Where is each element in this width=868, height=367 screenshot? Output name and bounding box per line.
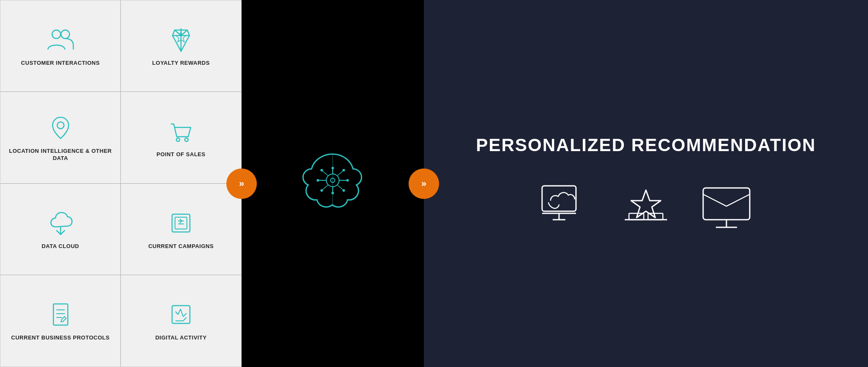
cell-location-intelligence: LOCATION INTELLIGENCE & OTHER DATA: [0, 92, 121, 183]
right-panel: PERSONALIZED RECOMMENDATION: [424, 0, 868, 367]
current-business-protocols-icon: [46, 300, 75, 329]
right-chevron-icon: »: [421, 179, 426, 188]
cell-current-business-protocols: CURRENT BUSINESS PROTOCOLS: [0, 275, 121, 367]
recommendation-title: PERSONALIZED RECOMMENDATION: [476, 135, 816, 156]
cell-loyalty-rewards: LOYALTY REWARDS: [121, 0, 241, 92]
digital-activity-icon: [166, 300, 196, 329]
left-panel: CUSTOMER INTERACTIONS LOYALTY REWARDS LO…: [0, 0, 242, 367]
loyalty-rewards-icon: [166, 25, 196, 55]
svg-point-30: [346, 179, 349, 182]
recommendation-icons-row: [538, 182, 754, 232]
cell-customer-interactions: CUSTOMER INTERACTIONS: [0, 0, 121, 92]
svg-point-24: [331, 167, 334, 169]
svg-point-32: [320, 169, 323, 171]
ai-brain-icon: [290, 141, 375, 226]
loyalty-rewards-label: LOYALTY REWARDS: [152, 60, 210, 67]
svg-point-5: [185, 138, 188, 141]
svg-point-34: [342, 169, 345, 171]
current-campaigns-label: CURRENT CAMPAIGNS: [148, 243, 214, 250]
left-arrow-button[interactable]: »: [226, 168, 257, 199]
svg-point-26: [331, 192, 334, 194]
data-cloud-icon: [46, 208, 75, 238]
svg-point-28: [317, 179, 319, 182]
svg-line-17: [178, 309, 181, 315]
svg-line-31: [323, 171, 328, 176]
svg-line-35: [323, 185, 328, 190]
data-cloud-label: DATA CLOUD: [42, 243, 79, 250]
point-of-sales-label: POINT OF SALES: [156, 151, 205, 158]
email-monitor-icon: [699, 182, 754, 232]
current-campaigns-icon: [166, 208, 196, 238]
point-of-sales-icon: [166, 116, 196, 146]
svg-line-19: [183, 313, 186, 317]
svg-point-38: [342, 189, 345, 192]
current-business-protocols-label: CURRENT BUSINESS PROTOCOLS: [11, 334, 109, 342]
favorite-icon: [618, 182, 673, 232]
location-intelligence-label: LOCATION INTELLIGENCE & OTHER DATA: [5, 148, 116, 162]
location-intelligence-icon: [46, 113, 75, 143]
svg-point-3: [57, 122, 64, 129]
digital-activity-label: DIGITAL ACTIVITY: [155, 334, 206, 342]
customer-interactions-label: CUSTOMER INTERACTIONS: [21, 60, 100, 67]
left-chevron-icon: »: [239, 179, 244, 188]
svg-point-1: [61, 30, 70, 39]
right-arrow-button[interactable]: »: [409, 168, 439, 199]
svg-point-4: [176, 138, 180, 141]
cell-point-of-sales: POINT OF SALES: [121, 92, 241, 183]
svg-line-18: [181, 309, 183, 317]
svg-rect-8: [175, 217, 187, 229]
svg-point-36: [320, 189, 323, 192]
browsing-icon: [538, 182, 593, 232]
cell-digital-activity: DIGITAL ACTIVITY: [121, 275, 241, 367]
svg-rect-46: [703, 188, 750, 220]
customer-interactions-icon: [46, 25, 75, 55]
cell-data-cloud: DATA CLOUD: [0, 184, 121, 275]
svg-point-0: [52, 30, 61, 39]
cell-current-campaigns: CURRENT CAMPAIGNS: [121, 184, 241, 275]
middle-panel: » »: [242, 0, 424, 367]
svg-line-16: [175, 312, 178, 315]
svg-rect-39: [542, 186, 576, 211]
svg-line-33: [337, 171, 343, 176]
svg-line-37: [337, 185, 343, 190]
